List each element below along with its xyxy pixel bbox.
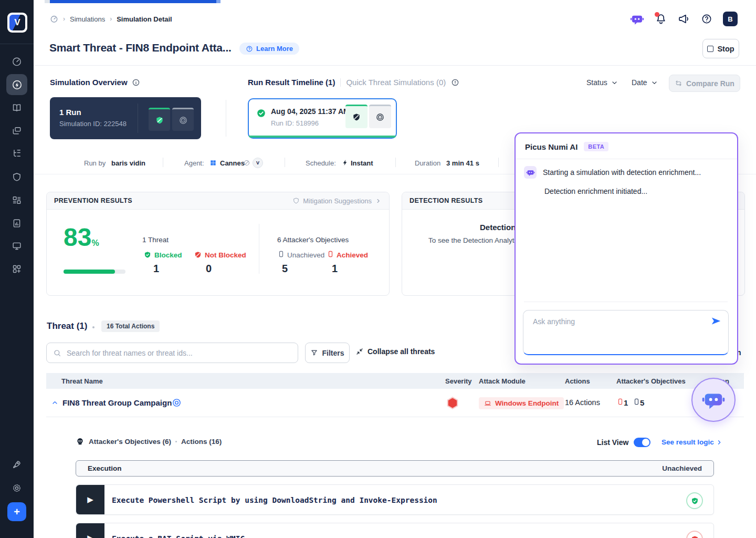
unachieved-value: 5 [282, 263, 288, 275]
stop-button[interactable]: Stop [702, 39, 739, 58]
add-button[interactable]: + [7, 502, 26, 521]
page-progress-cap [216, 0, 220, 3]
sidebar-divider [0, 44, 34, 44]
detection-title: DETECTION RESULTS [410, 197, 482, 204]
tab-quick-threat[interactable]: Quick Threat Simulations (0) [346, 78, 446, 87]
status-filter[interactable]: Status [586, 78, 618, 87]
link-slash-icon[interactable] [243, 159, 250, 167]
threat-search-input[interactable] [66, 348, 291, 358]
execution-group-bar[interactable]: Execution Unachieved [76, 460, 714, 477]
see-result-logic-link[interactable]: See result logic [662, 438, 723, 446]
run-card[interactable]: Aug 04, 2025 11:37 AM Run ID: 518996 [248, 98, 397, 139]
sidebar-item-simulations[interactable] [6, 74, 27, 95]
simulation-overview-card[interactable]: 1 Run Simulation ID: 222548 [50, 97, 201, 139]
threat-section-title: Threat (1) [47, 321, 87, 332]
sidebar-item-reports[interactable] [6, 213, 27, 234]
sidebar-item-quickstart[interactable] [6, 454, 27, 475]
compare-run-label: Compare Run [686, 79, 734, 88]
avatar[interactable]: B [723, 12, 738, 26]
help-icon[interactable] [701, 13, 712, 25]
numi-fab-button[interactable] [691, 378, 736, 422]
achieved-value: 1 [332, 263, 338, 275]
threat-table-row[interactable]: FIN8 Threat Group Campaign Windows Endpo… [46, 389, 744, 417]
shield-outline-icon [292, 197, 300, 204]
shield-icon [12, 172, 22, 182]
numi-robot-icon[interactable] [630, 12, 644, 26]
sidebar-item-settings[interactable] [6, 478, 27, 499]
list-view-toggle[interactable] [634, 438, 650, 447]
megaphone-icon[interactable] [678, 13, 690, 25]
overview-title: Simulation Overview [50, 78, 128, 87]
grid-plus-icon [12, 264, 22, 274]
funnel-icon [310, 349, 318, 357]
list-view-label: List View [597, 438, 628, 447]
mitigation-suggestions-link[interactable]: Mitigation Suggestions [292, 197, 382, 205]
breadcrumb-simulations[interactable]: Simulations [70, 15, 105, 23]
page-progress-track [45, 0, 220, 3]
filters-button[interactable]: Filters [305, 343, 350, 363]
col-actions: Actions [565, 377, 590, 385]
attack-module-label: Windows Endpoint [495, 399, 559, 407]
sidebar-item-endpoints[interactable] [6, 235, 27, 256]
compare-run-button[interactable]: Compare Run [669, 75, 740, 92]
collapse-all-button[interactable]: Collapse all threats [355, 347, 435, 356]
send-icon[interactable] [710, 315, 722, 327]
robot-icon [701, 388, 726, 412]
sidebar-item-dashboards[interactable] [6, 190, 27, 211]
numi-input-box[interactable] [523, 310, 729, 355]
picus-logo[interactable]: V [7, 13, 27, 33]
unachieved-count: 5 [640, 398, 644, 407]
tree-icon [12, 148, 22, 159]
prevention-panel-header: PREVENTION RESULTS Mitigation Suggestion… [47, 192, 389, 210]
score-bar-track [64, 270, 125, 274]
agent-name[interactable]: Cannes [220, 159, 245, 167]
result-blocked-badge [686, 492, 703, 509]
date-filter[interactable]: Date [632, 78, 658, 87]
threat-name[interactable]: FIN8 Threat Group Campaign [62, 398, 172, 407]
prevention-tile[interactable] [149, 108, 170, 131]
breadcrumb-current: Simulation Detail [117, 15, 172, 23]
tab-run-result-timeline[interactable]: Run Result Timeline (1) [248, 78, 335, 87]
alert-circle-icon[interactable] [451, 78, 459, 87]
sidebar-item-integrations[interactable] [6, 258, 27, 280]
robot-icon [526, 168, 535, 177]
sidebar-item-dashboard[interactable] [6, 51, 27, 72]
info-icon[interactable] [132, 78, 140, 87]
threat-search[interactable] [46, 343, 298, 363]
execution-row[interactable]: ▶ Execute a BAT Script via WMIC [76, 523, 714, 538]
result-not-blocked-badge [686, 531, 703, 538]
see-logic-label: See result logic [662, 438, 714, 446]
objectives-count[interactable]: Attacker's Objectives (6) [89, 438, 171, 446]
numi-header: Picus Numi AI BETA [525, 142, 608, 151]
topbar-actions: B [630, 12, 738, 26]
col-attackers-objectives: Attacker's Objectives [616, 377, 686, 385]
sidebar-item-hierarchy[interactable] [6, 143, 27, 164]
shield-x-icon [690, 535, 699, 538]
bolt-circle-icon [12, 79, 23, 90]
play-button[interactable]: ▶ [76, 485, 104, 514]
not-blocked-label: Not Blocked [205, 251, 246, 259]
detection-tile[interactable] [172, 108, 194, 131]
dot-separator [175, 441, 177, 442]
learn-more-button[interactable]: Learn More [239, 43, 299, 55]
page-title: Smart Threat - FIN8 Endpoint Atta... [49, 42, 232, 54]
run-prevention-tile[interactable] [345, 105, 368, 128]
detection-message-body: To see the Detection Analytic [428, 236, 519, 244]
actions-tab[interactable]: Actions (16) [181, 438, 222, 446]
home-gauge-icon[interactable] [50, 15, 58, 23]
sidebar-item-attack-surface[interactable] [6, 120, 27, 141]
gauge-icon [12, 56, 22, 67]
view-eye-icon[interactable] [172, 398, 182, 408]
play-button[interactable]: ▶ [76, 523, 104, 538]
sidebar-item-library[interactable] [6, 97, 27, 118]
notifications-button[interactable] [655, 13, 667, 25]
execution-row[interactable]: ▶ Execute Powershell Script by using Dow… [76, 484, 714, 515]
attack-module-pill[interactable]: Windows Endpoint [479, 397, 564, 409]
numi-input[interactable] [532, 317, 702, 326]
picus-agent-badge[interactable]: V [253, 158, 263, 168]
run-count: 1 Run [59, 108, 81, 117]
run-detection-tile[interactable] [369, 105, 391, 128]
sidebar-item-defense[interactable] [6, 167, 27, 188]
chevron-up-icon[interactable] [51, 399, 59, 407]
achieved-flag-icon [616, 398, 624, 406]
